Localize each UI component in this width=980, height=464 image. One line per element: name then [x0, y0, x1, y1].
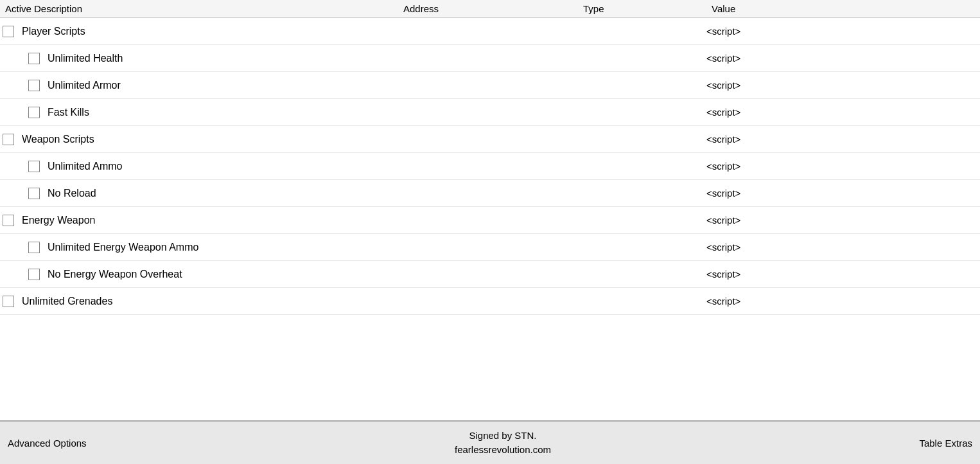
checkbox-unlimited-energy-weapon-ammo[interactable] [28, 242, 40, 253]
checkbox-energy-weapon[interactable] [3, 215, 14, 226]
label-unlimited-energy-weapon-ammo: Unlimited Energy Weapon Ammo [48, 242, 198, 253]
table-row-weapon-scripts: Weapon Scripts<script> [0, 126, 980, 153]
value-cell-unlimited-health: <script> [706, 53, 980, 64]
footer-signed-by: Signed by STN. [455, 429, 551, 443]
label-player-scripts: Player Scripts [22, 26, 85, 37]
value-cell-no-reload: <script> [706, 188, 980, 199]
footer-center: Signed by STN. fearlessrevolution.com [455, 429, 551, 458]
checkbox-no-reload[interactable] [28, 188, 40, 199]
description-cell-energy-weapon: Energy Weapon [0, 212, 398, 229]
checkbox-unlimited-ammo[interactable] [28, 161, 40, 172]
table-extras-label[interactable]: Table Extras [919, 438, 972, 449]
value-cell-unlimited-grenades: <script> [706, 296, 980, 307]
table-body[interactable]: Player Scripts<script>Unlimited Health<s… [0, 18, 980, 420]
table-row-unlimited-ammo: Unlimited Ammo<script> [0, 153, 980, 180]
value-cell-energy-weapon: <script> [706, 215, 980, 226]
label-fast-kills: Fast Kills [48, 107, 89, 118]
checkbox-no-energy-weapon-overheat[interactable] [28, 269, 40, 280]
header-value: Value [712, 3, 975, 14]
table-row-energy-weapon: Energy Weapon<script> [0, 207, 980, 234]
footer: Advanced Options Signed by STN. fearless… [0, 420, 980, 464]
header-address: Address [403, 3, 583, 14]
description-cell-unlimited-armor: Unlimited Armor [0, 77, 398, 94]
value-cell-unlimited-energy-weapon-ammo: <script> [706, 242, 980, 253]
label-unlimited-armor: Unlimited Armor [48, 80, 121, 91]
table-row-no-reload: No Reload<script> [0, 180, 980, 207]
table-row-unlimited-health: Unlimited Health<script> [0, 45, 980, 72]
main-container: Active Description Address Type Value Pl… [0, 0, 980, 464]
table-header: Active Description Address Type Value [0, 0, 980, 18]
description-cell-unlimited-health: Unlimited Health [0, 50, 398, 67]
header-description: Active Description [5, 3, 403, 14]
value-cell-unlimited-armor: <script> [706, 80, 980, 91]
label-unlimited-grenades: Unlimited Grenades [22, 296, 112, 307]
footer-website: fearlessrevolution.com [455, 443, 551, 458]
label-weapon-scripts: Weapon Scripts [22, 134, 94, 145]
value-cell-no-energy-weapon-overheat: <script> [706, 269, 980, 280]
description-cell-fast-kills: Fast Kills [0, 104, 398, 121]
label-no-energy-weapon-overheat: No Energy Weapon Overheat [48, 269, 182, 280]
description-cell-unlimited-energy-weapon-ammo: Unlimited Energy Weapon Ammo [0, 239, 398, 256]
checkbox-weapon-scripts[interactable] [3, 134, 14, 145]
table-row-fast-kills: Fast Kills<script> [0, 99, 980, 126]
value-cell-weapon-scripts: <script> [706, 134, 980, 145]
advanced-options-label[interactable]: Advanced Options [8, 438, 87, 449]
description-cell-no-energy-weapon-overheat: No Energy Weapon Overheat [0, 266, 398, 283]
table-row-unlimited-grenades: Unlimited Grenades<script> [0, 288, 980, 315]
table-row-unlimited-armor: Unlimited Armor<script> [0, 72, 980, 99]
label-energy-weapon: Energy Weapon [22, 215, 95, 226]
value-cell-fast-kills: <script> [706, 107, 980, 118]
value-cell-player-scripts: <script> [706, 26, 980, 37]
checkbox-unlimited-health[interactable] [28, 53, 40, 64]
table-row-no-energy-weapon-overheat: No Energy Weapon Overheat<script> [0, 261, 980, 288]
checkbox-fast-kills[interactable] [28, 107, 40, 118]
description-cell-unlimited-ammo: Unlimited Ammo [0, 158, 398, 175]
header-type: Type [583, 3, 712, 14]
label-unlimited-health: Unlimited Health [48, 53, 123, 64]
checkbox-unlimited-armor[interactable] [28, 80, 40, 91]
table-row-player-scripts: Player Scripts<script> [0, 18, 980, 45]
description-cell-weapon-scripts: Weapon Scripts [0, 131, 398, 148]
label-no-reload: No Reload [48, 188, 96, 199]
description-cell-unlimited-grenades: Unlimited Grenades [0, 293, 398, 310]
description-cell-player-scripts: Player Scripts [0, 23, 398, 40]
table-row-unlimited-energy-weapon-ammo: Unlimited Energy Weapon Ammo<script> [0, 234, 980, 261]
label-unlimited-ammo: Unlimited Ammo [48, 161, 122, 172]
checkbox-unlimited-grenades[interactable] [3, 296, 14, 307]
checkbox-player-scripts[interactable] [3, 26, 14, 37]
description-cell-no-reload: No Reload [0, 185, 398, 202]
value-cell-unlimited-ammo: <script> [706, 161, 980, 172]
